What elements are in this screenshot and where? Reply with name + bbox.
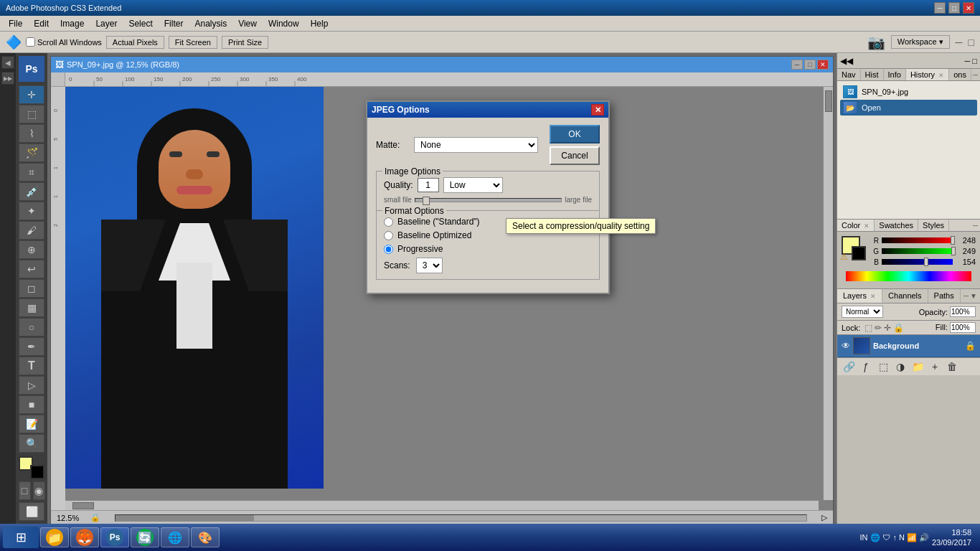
taskbar-chrome[interactable]: 🌐	[161, 527, 189, 547]
taskbar-photoshop[interactable]: Ps	[100, 527, 129, 547]
layer-folder-btn[interactable]: 📁	[910, 360, 925, 373]
baseline-radio[interactable]	[384, 217, 393, 227]
close-button[interactable]: ✕	[963, 2, 974, 14]
taskbar-firefox[interactable]: 🦊	[70, 527, 99, 547]
magic-wand-tool[interactable]: 🪄	[19, 143, 44, 162]
layers-panel-expand[interactable]: ▼	[970, 292, 977, 300]
status-scroll-thumb[interactable]	[116, 515, 254, 521]
jpeg-dialog-close-btn[interactable]: ✕	[591, 104, 604, 116]
layer-delete-btn[interactable]: 🗑	[945, 360, 959, 373]
b-slider[interactable]	[882, 259, 953, 265]
collapse-strip-btn[interactable]: ▶▶	[1, 72, 14, 85]
maximize-button[interactable]: □	[948, 2, 960, 14]
tab-actions[interactable]: ons	[949, 69, 971, 80]
actual-pixels-button[interactable]: Actual Pixels	[106, 36, 164, 49]
color-warning-icon[interactable]: ⚠	[840, 252, 848, 262]
layer-adjust-btn[interactable]: ◑	[893, 360, 908, 373]
h-scroll-thumb[interactable]	[72, 502, 94, 509]
lasso-tool[interactable]: ⌇	[19, 124, 44, 143]
status-scrollbar[interactable]	[115, 514, 807, 522]
layer-style-btn[interactable]: ƒ	[859, 360, 873, 373]
restore-icon[interactable]: □	[969, 37, 974, 48]
canvas-min-btn[interactable]: ─	[791, 60, 803, 70]
tab-layers[interactable]: Layers ✕	[837, 289, 882, 303]
canvas-close-btn[interactable]: ✕	[817, 60, 829, 70]
select-tool[interactable]: ⬚	[19, 105, 44, 123]
tab-info[interactable]: Info	[884, 69, 906, 80]
ok-button[interactable]: OK	[550, 125, 600, 143]
cancel-button[interactable]: Cancel	[550, 146, 600, 165]
minimize-button[interactable]: ─	[934, 2, 946, 14]
layer-new-btn[interactable]: +	[928, 360, 942, 373]
lock-move-icon[interactable]: ✛	[884, 323, 891, 333]
spot-heal-tool[interactable]: ✦	[19, 202, 44, 220]
panel-max-btn[interactable]: □	[972, 57, 977, 65]
tab-swatches[interactable]: Swatches	[875, 220, 918, 231]
shape-tool[interactable]: ■	[19, 395, 44, 414]
layer-background[interactable]: 👁 Background 🔒	[837, 335, 980, 357]
bg-swatch[interactable]	[852, 246, 866, 260]
ps-tool-icon[interactable]: Ps	[19, 56, 44, 82]
collapse-left-btn[interactable]: ◀◀	[840, 56, 853, 66]
canvas-controls[interactable]: ─ □ ✕	[791, 60, 829, 70]
canvas-max-btn[interactable]: □	[804, 60, 816, 70]
window-controls[interactable]: ─ □ ✕	[934, 2, 974, 14]
fit-screen-button[interactable]: Fit Screen	[169, 36, 217, 49]
lock-all-icon[interactable]: 🔒	[893, 323, 904, 333]
blend-mode-select[interactable]: Normal Multiply Screen	[842, 306, 883, 318]
pen-tool[interactable]: ✒	[19, 337, 44, 356]
move-tool[interactable]: ✛	[19, 85, 44, 104]
g-slider-thumb[interactable]	[951, 247, 956, 255]
optimized-radio[interactable]	[384, 231, 393, 240]
crop-tool[interactable]: ⌗	[19, 163, 44, 182]
eraser-tool[interactable]: ◻	[19, 279, 44, 298]
menu-select[interactable]: Select	[123, 17, 158, 30]
panel-collapse-btn[interactable]: ─	[973, 71, 978, 79]
color-swatches[interactable]: ⚠	[842, 236, 866, 260]
opacity-input[interactable]	[950, 306, 976, 317]
menu-filter[interactable]: Filter	[159, 17, 189, 30]
r-slider-thumb[interactable]	[951, 236, 955, 245]
color-gradient-bar[interactable]	[846, 271, 971, 281]
progressive-radio[interactable]	[384, 245, 393, 254]
taskbar-explorer[interactable]: 📁	[40, 527, 69, 547]
status-right-arrow[interactable]: ▷	[821, 513, 827, 522]
path-select-tool[interactable]: ▷	[19, 376, 44, 395]
menu-image[interactable]: Image	[55, 17, 90, 30]
history-item-open[interactable]: 📂 Open	[840, 100, 977, 116]
tab-styles[interactable]: Styles	[918, 220, 949, 231]
quality-input[interactable]	[418, 178, 439, 192]
taskbar-ccleaner[interactable]: 🔄	[131, 527, 159, 547]
g-slider[interactable]	[882, 248, 953, 254]
menu-layer[interactable]: Layer	[90, 17, 123, 30]
start-button[interactable]: ⊞	[3, 527, 39, 548]
tab-hist[interactable]: Hist	[861, 69, 884, 80]
lock-transparency-icon[interactable]: ⬚	[864, 323, 872, 333]
notes-tool[interactable]: 📝	[19, 415, 44, 433]
left-strip-btn1[interactable]: ◀	[1, 56, 14, 69]
tab-paths[interactable]: Paths	[928, 289, 961, 303]
tab-history[interactable]: History ✕	[906, 69, 949, 80]
quick-mask-btn[interactable]: ◉	[33, 481, 45, 500]
zoom-tool[interactable]: 🔍	[19, 434, 44, 453]
text-tool[interactable]: T	[19, 357, 44, 375]
scans-select[interactable]: 3 4 5	[416, 258, 443, 273]
color-picker[interactable]	[19, 456, 44, 479]
history-brush-tool[interactable]: ↩	[19, 260, 44, 278]
v-scroll-thumb[interactable]	[825, 90, 832, 112]
workspace-button[interactable]: Workspace ▾	[891, 35, 950, 49]
volume-icon[interactable]: 🔊	[919, 533, 929, 542]
menu-help[interactable]: Help	[305, 17, 334, 30]
clone-tool[interactable]: ⊕	[19, 240, 44, 259]
fill-input[interactable]	[950, 322, 976, 333]
print-size-button[interactable]: Print Size	[222, 36, 268, 49]
gradient-tool[interactable]: ▦	[19, 298, 44, 317]
b-slider-thumb[interactable]	[924, 258, 928, 266]
layers-panel-collapse[interactable]: ─	[963, 292, 969, 300]
eyedropper-tool[interactable]: 💉	[19, 182, 44, 201]
menu-analysis[interactable]: Analysis	[189, 17, 232, 30]
status-icon[interactable]: 🔒	[90, 513, 100, 522]
quality-preset-select[interactable]: Low Medium High Maximum	[443, 177, 503, 193]
panel-min-btn[interactable]: ─	[965, 57, 971, 65]
r-slider[interactable]	[882, 237, 953, 243]
